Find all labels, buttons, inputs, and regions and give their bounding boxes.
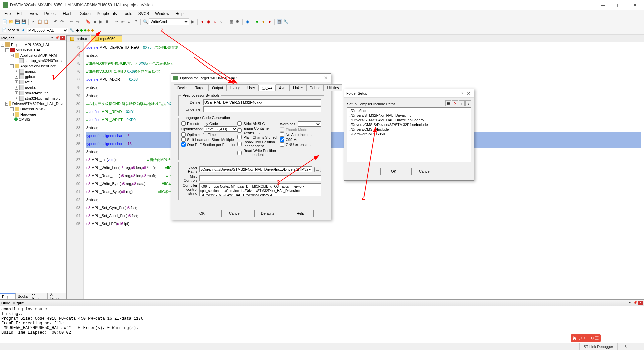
folder-down-icon[interactable]: ↓ bbox=[465, 100, 471, 106]
minimize-button[interactable]: — bbox=[598, 2, 608, 8]
no-auto-check[interactable] bbox=[280, 132, 284, 137]
translate-icon[interactable]: 📄 bbox=[2, 28, 7, 32]
options-close-icon[interactable]: ✕ bbox=[322, 75, 329, 81]
tool-d-icon[interactable]: ● bbox=[267, 19, 272, 24]
menu-help[interactable]: Help bbox=[173, 11, 186, 17]
panel-pin-icon[interactable]: 📌 bbox=[55, 36, 60, 40]
panel-pin-icon[interactable]: 📌 bbox=[633, 301, 637, 305]
tab-user[interactable]: User bbox=[244, 84, 258, 91]
target-select[interactable]: MPU6050_HAL bbox=[27, 28, 68, 33]
tab-device[interactable]: Device bbox=[174, 84, 192, 91]
copy-icon[interactable]: 📋 bbox=[37, 19, 42, 24]
folder-ok-button[interactable]: OK bbox=[380, 168, 407, 175]
ime-indicator[interactable]: 英 ，中 ⋮ ⚙ ☰ bbox=[571, 334, 601, 342]
file-tab-mpu6050h[interactable]: mpu6050.h bbox=[91, 35, 122, 42]
gnu-check[interactable] bbox=[280, 142, 284, 147]
panel-close-icon[interactable]: × bbox=[60, 36, 65, 40]
folder-list-item[interactable]: ../Drivers/CMSIS/Device/ST/STM32F4xx/Inc… bbox=[348, 122, 470, 127]
options-defaults-button[interactable]: Defaults bbox=[254, 210, 281, 217]
folder-close-icon[interactable]: ✕ bbox=[465, 91, 472, 96]
include-paths-browse[interactable]: ... bbox=[314, 167, 321, 172]
menu-tools[interactable]: Tools bbox=[121, 11, 135, 17]
menu-view[interactable]: View bbox=[27, 11, 41, 17]
find-combo[interactable]: WriteCmd bbox=[149, 18, 189, 25]
bookmark-next-icon[interactable]: ▶ bbox=[98, 19, 103, 24]
exec-only-check[interactable] bbox=[181, 121, 186, 126]
panel-close-icon[interactable]: × bbox=[638, 301, 643, 305]
folder-list-item[interactable]: ../Drivers/STM32F4xx_HAL_Driver/Inc bbox=[348, 113, 470, 118]
pack3-icon[interactable]: ◆ bbox=[87, 28, 90, 32]
menu-edit[interactable]: Edit bbox=[14, 11, 26, 17]
folder-listbox[interactable]: ../Core/Inc../Drivers/STM32F4xx_HAL_Driv… bbox=[347, 107, 471, 162]
saveall-icon[interactable]: 💾 bbox=[21, 19, 26, 24]
btab-func[interactable]: {} Func... bbox=[30, 293, 48, 299]
folder-list-item[interactable]: ../Core/Inc bbox=[348, 108, 470, 113]
tool-b-icon[interactable]: ● bbox=[254, 19, 260, 24]
save-icon[interactable]: 💾 bbox=[15, 19, 20, 24]
tool-a-icon[interactable]: ◆ bbox=[245, 19, 250, 24]
misc-input[interactable] bbox=[199, 175, 321, 181]
tool-c-icon[interactable]: ● bbox=[261, 19, 266, 24]
folder-cancel-button[interactable]: Cancel bbox=[411, 168, 438, 175]
folder-list-item[interactable]: ../Drivers/CMSIS/Include bbox=[348, 127, 470, 132]
maximize-button[interactable]: ▢ bbox=[614, 2, 624, 8]
comment-icon[interactable]: // bbox=[127, 19, 132, 24]
one-elf-check[interactable] bbox=[181, 142, 186, 147]
pack2-icon[interactable]: ◆ bbox=[84, 28, 86, 32]
optimization-select[interactable]: Level 3 (-O3) bbox=[204, 126, 237, 132]
find-icon[interactable]: 🔍 bbox=[143, 19, 148, 24]
redo-icon[interactable]: ↷ bbox=[59, 19, 65, 24]
tab-linker[interactable]: Linker bbox=[290, 84, 306, 91]
opt-time-check[interactable] bbox=[181, 132, 186, 137]
warnings-select[interactable] bbox=[298, 121, 321, 127]
folder-list-item[interactable]: ../Drivers/STM32F4xx_HAL_Driver/Inc/Lega… bbox=[348, 118, 470, 122]
split-load-check[interactable] bbox=[181, 137, 186, 142]
project-tree[interactable]: −Project: MPU6050_HAL −MPU6050_HAL −Appl… bbox=[0, 41, 66, 293]
cut-icon[interactable]: ✂ bbox=[31, 19, 36, 24]
panel-dropdown-icon[interactable]: ▾ bbox=[627, 301, 632, 305]
bookmark-icon[interactable]: 🔖 bbox=[85, 19, 91, 24]
close-button[interactable]: ✕ bbox=[630, 2, 640, 8]
pack4-icon[interactable]: ◆ bbox=[91, 28, 94, 32]
tab-listing[interactable]: Listing bbox=[226, 84, 244, 91]
folder-delete-icon[interactable]: ✕ bbox=[452, 100, 458, 106]
build-output-body[interactable]: compiling inv_mpu.c... linking... Progra… bbox=[0, 306, 644, 343]
layout-icon[interactable]: ▦ bbox=[277, 19, 282, 24]
c99-check[interactable] bbox=[280, 137, 284, 142]
rw-pi-check[interactable] bbox=[237, 151, 242, 155]
config-icon[interactable]: ⚙ bbox=[235, 19, 240, 24]
outdent-icon[interactable]: ⇤ bbox=[120, 19, 126, 24]
plain-char-check[interactable] bbox=[237, 135, 242, 139]
tab-asm[interactable]: Asm bbox=[276, 84, 290, 91]
options-cancel-button[interactable]: Cancel bbox=[221, 210, 248, 217]
tab-target[interactable]: Target bbox=[192, 84, 209, 91]
tab-output[interactable]: Output bbox=[209, 84, 226, 91]
menu-svcs[interactable]: SVCS bbox=[136, 11, 152, 17]
undo-icon[interactable]: ↶ bbox=[53, 19, 58, 24]
uncomment-icon[interactable]: // bbox=[133, 19, 138, 24]
undefine-input[interactable] bbox=[203, 106, 321, 112]
menu-peripherals[interactable]: Peripherals bbox=[94, 11, 119, 17]
menu-project[interactable]: Project bbox=[42, 11, 59, 17]
wrench-icon[interactable]: 🔧 bbox=[283, 19, 288, 24]
menu-debug[interactable]: Debug bbox=[76, 11, 93, 17]
define-input[interactable] bbox=[203, 99, 321, 105]
buildall-icon[interactable]: ⚒ bbox=[16, 28, 20, 32]
bp3-icon[interactable]: ○ bbox=[219, 19, 224, 24]
window-icon[interactable]: ▦ bbox=[228, 19, 234, 24]
bookmark-prev-icon[interactable]: ◀ bbox=[92, 19, 97, 24]
tab-debug[interactable]: Debug bbox=[306, 84, 324, 91]
pack-icon[interactable]: ◆ bbox=[80, 28, 83, 32]
folder-new-icon[interactable]: ▦ bbox=[445, 100, 451, 106]
include-paths-input[interactable] bbox=[199, 166, 312, 172]
menu-file[interactable]: File bbox=[2, 11, 13, 17]
btab-temp[interactable]: 0. Temp... bbox=[48, 293, 66, 299]
panel-dropdown-icon[interactable]: ▾ bbox=[50, 36, 54, 40]
open-icon[interactable]: 📂 bbox=[8, 19, 14, 24]
btab-books[interactable]: Books bbox=[16, 293, 30, 299]
folder-list-item[interactable]: ..\Hardware\MPU6050 bbox=[348, 132, 470, 136]
nav-fwd-icon[interactable]: ⇨ bbox=[75, 19, 81, 24]
new-icon[interactable]: 📄 bbox=[2, 19, 7, 24]
tab-utilities[interactable]: Utilities bbox=[324, 84, 342, 91]
paste-icon[interactable]: 📋 bbox=[43, 19, 49, 24]
